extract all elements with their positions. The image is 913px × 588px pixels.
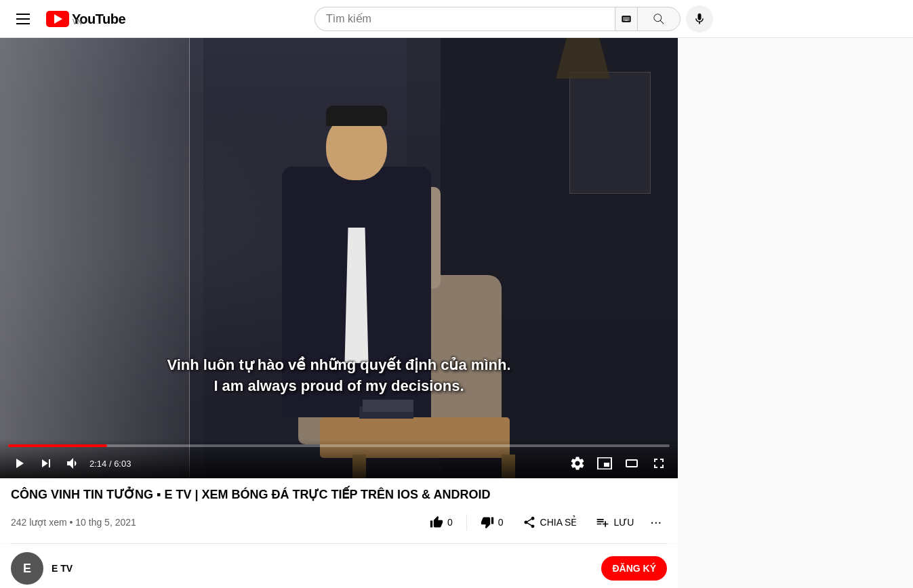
like-count: 0: [447, 517, 453, 528]
share-button[interactable]: CHIA SẺ: [514, 509, 586, 534]
save-label: LƯU: [613, 517, 634, 528]
mic-button[interactable]: [686, 5, 713, 33]
keyboard-button[interactable]: [615, 7, 637, 31]
mic-icon: [693, 12, 706, 26]
like-icon: [430, 515, 443, 529]
search-button[interactable]: [637, 7, 681, 31]
video-actions: 0 0: [422, 509, 667, 535]
next-icon: [38, 455, 54, 471]
search-form: [315, 7, 681, 31]
play-icon: [11, 455, 27, 471]
video-meta-row: 242 lượt xem • 10 thg 5, 2021 0: [11, 509, 667, 535]
channel-avatar[interactable]: E: [11, 552, 43, 585]
youtube-logo-icon: [46, 11, 69, 27]
main-content: Vinh luôn tự hào về những quyết định của…: [0, 38, 913, 588]
volume-icon: [65, 455, 81, 471]
video-content: Vinh luôn tự hào về những quyết định của…: [0, 38, 678, 588]
dislike-icon: [481, 515, 494, 529]
video-controls: 2:14 / 6:03: [0, 439, 678, 478]
miniplayer-button[interactable]: [594, 453, 615, 474]
like-button[interactable]: 0: [422, 509, 461, 534]
progress-bar[interactable]: [8, 444, 670, 447]
save-button[interactable]: LƯU: [588, 509, 642, 534]
subtitle-vi: Vinh luôn tự hào về những quyết định của…: [167, 355, 510, 376]
channel-name[interactable]: E TV: [52, 563, 601, 574]
header: YouTube VN: [0, 0, 913, 38]
video-info: CÔNG VINH TIN TƯỞNG ▪ E TV | XEM BÓNG ĐÁ…: [0, 478, 678, 543]
settings-icon: [569, 455, 586, 471]
more-icon: ···: [650, 514, 662, 529]
separator-dot: •: [69, 517, 75, 528]
video-stats: 242 lượt xem • 10 thg 5, 2021: [11, 517, 136, 528]
publish-date: 10 thg 5, 2021: [75, 517, 136, 528]
more-options-button[interactable]: ···: [645, 509, 667, 535]
video-player[interactable]: Vinh luôn tự hào về những quyết định của…: [0, 38, 678, 478]
settings-button[interactable]: [567, 453, 588, 474]
next-button[interactable]: [35, 453, 57, 474]
miniplayer-icon: [596, 455, 613, 471]
controls-row: 2:14 / 6:03: [8, 453, 670, 474]
controls-right: [567, 453, 670, 474]
video-title: CÔNG VINH TIN TƯỞNG ▪ E TV | XEM BÓNG ĐÁ…: [11, 486, 667, 503]
time-display: 2:14 / 6:03: [89, 459, 131, 469]
youtube-logo[interactable]: YouTube VN: [46, 11, 125, 27]
video-thumbnail[interactable]: Vinh luôn tự hào về những quyết định của…: [0, 38, 678, 478]
hamburger-menu[interactable]: [11, 8, 35, 30]
save-icon: [596, 515, 609, 529]
dislike-button[interactable]: 0: [472, 509, 512, 534]
action-divider: [466, 514, 467, 530]
theater-button[interactable]: [621, 453, 643, 474]
theater-icon: [624, 455, 640, 471]
fullscreen-icon: [651, 455, 667, 471]
channel-info: E TV: [52, 563, 601, 574]
volume-button[interactable]: [62, 453, 84, 474]
youtube-logo-country: VN: [73, 19, 125, 26]
subtitle-en: I am always proud of my decisions.: [167, 376, 510, 397]
channel-initial: E: [23, 562, 31, 576]
progress-fill: [8, 444, 107, 447]
subscribe-button[interactable]: ĐĂNG KÝ: [601, 556, 667, 581]
channel-row: E E TV ĐĂNG KÝ: [0, 544, 678, 588]
search-icon: [652, 12, 666, 26]
fullscreen-button[interactable]: [648, 453, 670, 474]
view-count: 242 lượt xem: [11, 517, 67, 528]
share-label: CHIA SẺ: [540, 517, 577, 528]
share-icon: [523, 515, 536, 529]
subtitles-container: Vinh luôn tự hào về những quyết định của…: [167, 355, 510, 397]
controls-left: 2:14 / 6:03: [8, 453, 131, 474]
dislike-count: 0: [498, 517, 504, 528]
keyboard-icon: [621, 14, 632, 24]
search-input[interactable]: [315, 7, 615, 31]
play-button[interactable]: [8, 453, 30, 474]
